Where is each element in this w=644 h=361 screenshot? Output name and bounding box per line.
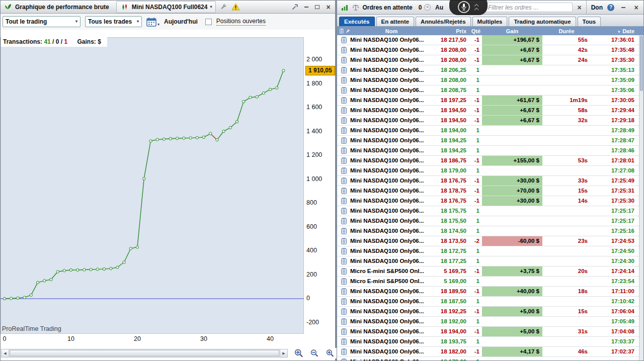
table-row[interactable]: Mini NASDAQ100 Only06...18 178,001 (337, 357, 639, 360)
col-header-date[interactable]: ▼Date (591, 28, 643, 34)
scroll-right-arrow[interactable]: ▶ (280, 349, 287, 357)
table-row[interactable]: Mini NASDAQ100 Only06...18 179,00117:27:… (337, 166, 639, 176)
table-row[interactable]: Mini NASDAQ100 Only06...18 194,00117:28:… (337, 126, 639, 136)
trading-period-select[interactable]: Tout le trading ▾ (3, 16, 80, 27)
table-row[interactable]: Mini NASDAQ100 Only06...18 177,25117:24:… (337, 256, 639, 266)
zoom-out-button[interactable] (308, 348, 320, 358)
chevron-down-icon: ▾ (137, 20, 139, 24)
instrument-selector[interactable]: Mini NASDAQ100 Full0624 ▾ (116, 1, 216, 13)
table-row[interactable]: Mini NASDAQ100 Only06...18 178,75-1+70,0… (337, 186, 639, 196)
table-row[interactable]: Mini NASDAQ100 Only06...18 194,50-1+6,67… (337, 106, 639, 116)
table-row[interactable]: Micro E-mini S&P500 Onl...5 169,00117:23… (337, 277, 639, 287)
col-header-nom[interactable]: Nom (350, 28, 433, 34)
settings-wrench-icon[interactable] (219, 3, 228, 12)
tab-en-attente[interactable]: En attente (376, 17, 415, 26)
row-date: 17:05:49 (591, 317, 638, 326)
zoom-in-button[interactable] (324, 348, 336, 358)
table-row[interactable]: Mini NASDAQ100 Only06...18 192,25-1+5,00… (337, 307, 639, 317)
table-row[interactable]: Mini NASDAQ100 Only06...18 194,25117:28:… (337, 136, 639, 146)
row-price: 5 169,75 (433, 266, 470, 276)
close-button[interactable]: × (632, 4, 640, 12)
x-axis: 010203040 (1, 335, 305, 344)
table-row[interactable]: Mini NASDAQ100 Only06...18 175,75117:25:… (337, 206, 639, 216)
table-row[interactable]: Mini NASDAQ100 Only06...18 175,50117:25:… (337, 216, 639, 226)
table-row[interactable]: Mini NASDAQ100 Only06...18 172,75117:24:… (337, 246, 639, 256)
tab-tous[interactable]: Tous (578, 17, 601, 26)
close-button[interactable]: × (324, 3, 333, 11)
row-name: Mini NASDAQ100 Only06... (350, 317, 433, 326)
col-header-gain[interactable]: Gain (482, 28, 542, 34)
orders-tab-bar: ExécutésEn attenteAnnulés/RejetésMultipl… (337, 15, 643, 27)
orders-titlebar[interactable]: Ordres en attente 0 × Au × Don ? × (337, 1, 643, 15)
table-row[interactable]: Mini NASDAQ100 Only06...18 197,25-1+61,6… (337, 96, 639, 106)
row-name: Mini NASDAQ100 Only06... (350, 287, 433, 296)
trades-filter-select[interactable]: Tous les trades ▾ (85, 16, 142, 27)
row-date: 17:28:46 (591, 146, 638, 155)
table-row[interactable]: Mini NASDAQ100 Only06...18 208,00117:35:… (337, 75, 639, 85)
performance-chart[interactable] (1, 37, 304, 334)
table-row[interactable]: Mini NASDAQ100 Only06...18 182,00-1+4,17… (337, 347, 639, 357)
table-row[interactable]: Mini NASDAQ100 Only06...18 192,00117:05:… (337, 317, 639, 327)
maximize-button[interactable] (313, 3, 321, 11)
table-row[interactable]: Mini NASDAQ100 Only06...18 206,25117:35:… (337, 65, 639, 75)
calendar-button[interactable]: ▾ (146, 17, 159, 27)
tab-multiples[interactable]: Multiples (472, 17, 508, 26)
table-row[interactable]: Mini NASDAQ100 Only06...18 194,25117:28:… (337, 146, 639, 156)
trade-marker (69, 268, 72, 271)
table-row[interactable]: Mini NASDAQ100 Only06...18 187,50117:10:… (337, 297, 639, 307)
scrollbar-thumb[interactable] (10, 350, 279, 356)
table-row[interactable]: Mini NASDAQ100 Only06...18 193,75117:03:… (337, 337, 639, 347)
chart-area[interactable] (1, 37, 304, 334)
table-row[interactable]: Mini NASDAQ100 Only06...18 208,00-1+6,67… (337, 55, 639, 65)
orders-window-title: Ordres en attente (362, 4, 412, 11)
table-row[interactable]: Mini NASDAQ100 Only06...18 174,50117:25:… (337, 226, 639, 236)
order-search-input[interactable] (485, 3, 573, 12)
horizontal-scrollbar[interactable]: ◀ ▶ (1, 349, 288, 357)
microphone-overlay[interactable] (449, 0, 488, 15)
row-duration (542, 277, 591, 286)
scroll-left-arrow[interactable]: ◀ (2, 349, 9, 357)
zoom-fit-button[interactable] (293, 348, 305, 358)
table-row[interactable]: Mini NASDAQ100 Only06...18 189,50-1+40,0… (337, 287, 639, 297)
row-name: Mini NASDAQ100 Only06... (350, 216, 433, 226)
open-positions-label[interactable]: Positions ouvertes (216, 18, 266, 26)
table-row[interactable]: Mini NASDAQ100 Only06...18 208,00-1+6,67… (337, 45, 639, 55)
row-date: 17:25:49 (591, 176, 638, 186)
orders-close-button[interactable]: × (575, 4, 583, 12)
order-row-icon (337, 96, 350, 105)
table-row[interactable]: Mini NASDAQ100 Only06...18 194,00-1+5,00… (337, 327, 639, 337)
row-duration (542, 75, 591, 85)
row-gain (482, 277, 542, 286)
microphone-button[interactable] (458, 1, 470, 13)
table-row[interactable]: Mini NASDAQ100 Only06...18 217,50-1+196,… (337, 35, 639, 45)
row-price: 18 192,00 (433, 317, 470, 326)
detach-window-icon[interactable] (291, 3, 299, 11)
table-row[interactable]: Mini NASDAQ100 Only06...18 176,75-1+30,0… (337, 176, 639, 186)
table-row[interactable]: Mini NASDAQ100 Only06...18 176,75-1+30,0… (337, 196, 639, 206)
clear-filter-icon[interactable]: × (424, 4, 431, 11)
background-window-title: Don (591, 4, 603, 11)
scrollbar-thumb[interactable] (640, 36, 643, 91)
help-icon[interactable]: ? (607, 4, 614, 11)
table-row[interactable]: Mini NASDAQ100 Only06...18 186,75-1+155,… (337, 156, 639, 166)
minimize-button[interactable] (619, 4, 627, 12)
table-row[interactable]: Mini NASDAQ100 Only06...18 208,75117:35:… (337, 85, 639, 96)
warning-icon[interactable] (231, 3, 240, 12)
tab-annules-rejetes[interactable]: Annulés/Rejetés (416, 17, 470, 26)
chevron-down-icon: ▾ (75, 20, 77, 24)
minimize-button[interactable] (302, 3, 310, 11)
col-header-prix[interactable]: Prix (433, 28, 470, 34)
open-positions-checkbox[interactable] (205, 19, 212, 25)
table-row[interactable]: Mini NASDAQ100 Only06...18 194,50-1+6,67… (337, 116, 639, 126)
col-header-qte[interactable]: Qté (470, 28, 482, 34)
tab-trading-automatique[interactable]: Trading automatique (509, 17, 576, 26)
left-window-titlebar[interactable]: Graphique de performance brute Mini NASD… (1, 1, 335, 14)
table-row[interactable]: Micro E-mini S&P500 Onl...5 169,75-1+3,7… (337, 266, 639, 277)
table-row[interactable]: Mini NASDAQ100 Only06...18 173,50-2-60,0… (337, 236, 639, 246)
trade-marker (249, 96, 252, 99)
tab-executes[interactable]: Exécutés (339, 17, 375, 26)
row-price: 18 189,50 (433, 287, 470, 296)
col-header-duree[interactable]: Durée (542, 28, 591, 34)
vertical-scrollbar[interactable] (639, 35, 643, 360)
x-axis-label: 30 (198, 335, 209, 342)
